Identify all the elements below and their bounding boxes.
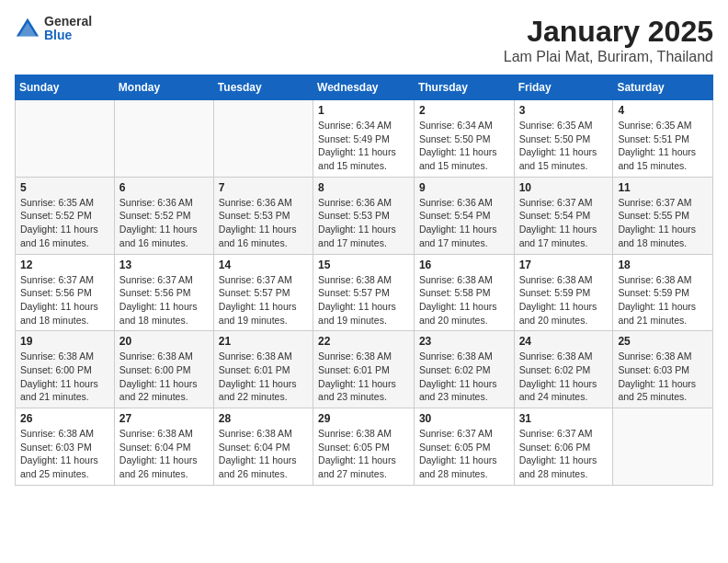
day-info: Sunrise: 6:38 AM Sunset: 5:57 PM Dayligh… xyxy=(318,273,409,327)
calendar-cell: 15Sunrise: 6:38 AM Sunset: 5:57 PM Dayli… xyxy=(313,254,415,331)
day-info: Sunrise: 6:37 AM Sunset: 6:06 PM Dayligh… xyxy=(519,427,609,481)
header-row: SundayMondayTuesdayWednesdayThursdayFrid… xyxy=(16,75,713,100)
calendar-cell xyxy=(16,100,115,178)
day-info: Sunrise: 6:38 AM Sunset: 6:02 PM Dayligh… xyxy=(519,350,609,404)
day-info: Sunrise: 6:37 AM Sunset: 5:57 PM Dayligh… xyxy=(219,273,308,327)
day-number: 5 xyxy=(20,181,109,194)
day-number: 23 xyxy=(419,335,509,348)
calendar-cell: 3Sunrise: 6:35 AM Sunset: 5:50 PM Daylig… xyxy=(514,100,613,178)
calendar-cell: 6Sunrise: 6:36 AM Sunset: 5:52 PM Daylig… xyxy=(114,177,213,254)
logo-text: General Blue xyxy=(44,15,92,43)
day-info: Sunrise: 6:37 AM Sunset: 6:05 PM Dayligh… xyxy=(419,427,509,481)
calendar-cell: 13Sunrise: 6:37 AM Sunset: 5:56 PM Dayli… xyxy=(114,254,213,331)
day-info: Sunrise: 6:38 AM Sunset: 6:00 PM Dayligh… xyxy=(119,350,209,404)
day-info: Sunrise: 6:38 AM Sunset: 6:03 PM Dayligh… xyxy=(20,427,109,481)
page-title: January 2025 xyxy=(504,15,713,49)
calendar-cell: 11Sunrise: 6:37 AM Sunset: 5:55 PM Dayli… xyxy=(613,177,713,254)
day-info: Sunrise: 6:37 AM Sunset: 5:55 PM Dayligh… xyxy=(618,196,708,250)
calendar-cell: 5Sunrise: 6:35 AM Sunset: 5:52 PM Daylig… xyxy=(16,177,115,254)
calendar-cell: 27Sunrise: 6:38 AM Sunset: 6:04 PM Dayli… xyxy=(114,408,213,486)
day-info: Sunrise: 6:38 AM Sunset: 6:03 PM Dayligh… xyxy=(618,350,708,404)
day-info: Sunrise: 6:37 AM Sunset: 5:56 PM Dayligh… xyxy=(20,273,109,327)
calendar-cell: 2Sunrise: 6:34 AM Sunset: 5:50 PM Daylig… xyxy=(414,100,514,178)
calendar-cell: 19Sunrise: 6:38 AM Sunset: 6:00 PM Dayli… xyxy=(16,331,115,408)
day-info: Sunrise: 6:36 AM Sunset: 5:53 PM Dayligh… xyxy=(318,196,409,250)
header-cell-thursday: Thursday xyxy=(414,75,514,100)
day-info: Sunrise: 6:35 AM Sunset: 5:51 PM Dayligh… xyxy=(618,119,708,173)
calendar-header: SundayMondayTuesdayWednesdayThursdayFrid… xyxy=(16,75,713,100)
day-info: Sunrise: 6:36 AM Sunset: 5:53 PM Dayligh… xyxy=(219,196,308,250)
calendar-cell: 17Sunrise: 6:38 AM Sunset: 5:59 PM Dayli… xyxy=(514,254,613,331)
calendar-week-row: 19Sunrise: 6:38 AM Sunset: 6:00 PM Dayli… xyxy=(16,331,713,408)
day-number: 18 xyxy=(618,259,708,271)
day-number: 14 xyxy=(219,259,308,271)
calendar-cell xyxy=(613,408,713,486)
calendar-cell: 7Sunrise: 6:36 AM Sunset: 5:53 PM Daylig… xyxy=(213,177,313,254)
day-number: 3 xyxy=(519,104,609,117)
calendar-cell: 4Sunrise: 6:35 AM Sunset: 5:51 PM Daylig… xyxy=(613,100,713,178)
day-info: Sunrise: 6:35 AM Sunset: 5:52 PM Dayligh… xyxy=(20,196,109,250)
day-number: 2 xyxy=(419,104,509,117)
day-info: Sunrise: 6:38 AM Sunset: 6:05 PM Dayligh… xyxy=(318,427,409,481)
calendar-cell: 14Sunrise: 6:37 AM Sunset: 5:57 PM Dayli… xyxy=(213,254,313,331)
day-number: 6 xyxy=(119,181,209,194)
day-number: 7 xyxy=(219,181,308,194)
logo-general-text: General xyxy=(44,15,92,29)
day-info: Sunrise: 6:38 AM Sunset: 5:58 PM Dayligh… xyxy=(419,273,509,327)
day-number: 11 xyxy=(618,181,708,194)
calendar-cell: 20Sunrise: 6:38 AM Sunset: 6:00 PM Dayli… xyxy=(114,331,213,408)
day-number: 12 xyxy=(20,259,109,271)
day-info: Sunrise: 6:38 AM Sunset: 5:59 PM Dayligh… xyxy=(618,273,708,327)
calendar-cell: 28Sunrise: 6:38 AM Sunset: 6:04 PM Dayli… xyxy=(213,408,313,486)
logo: General Blue xyxy=(15,15,92,43)
header-cell-friday: Friday xyxy=(514,75,613,100)
day-number: 21 xyxy=(219,335,308,348)
day-number: 15 xyxy=(318,259,409,271)
calendar-cell: 25Sunrise: 6:38 AM Sunset: 6:03 PM Dayli… xyxy=(613,331,713,408)
calendar-cell: 31Sunrise: 6:37 AM Sunset: 6:06 PM Dayli… xyxy=(514,408,613,486)
calendar-cell: 23Sunrise: 6:38 AM Sunset: 6:02 PM Dayli… xyxy=(414,331,514,408)
calendar-table: SundayMondayTuesdayWednesdayThursdayFrid… xyxy=(15,75,713,486)
day-number: 31 xyxy=(519,412,609,425)
day-number: 25 xyxy=(618,335,708,348)
calendar-cell: 1Sunrise: 6:34 AM Sunset: 5:49 PM Daylig… xyxy=(313,100,415,178)
day-info: Sunrise: 6:37 AM Sunset: 5:54 PM Dayligh… xyxy=(519,196,609,250)
day-number: 17 xyxy=(519,259,609,271)
calendar-cell xyxy=(114,100,213,178)
day-info: Sunrise: 6:38 AM Sunset: 6:02 PM Dayligh… xyxy=(419,350,509,404)
day-number: 10 xyxy=(519,181,609,194)
header-cell-sunday: Sunday xyxy=(16,75,115,100)
logo-icon xyxy=(15,16,40,41)
calendar-cell: 10Sunrise: 6:37 AM Sunset: 5:54 PM Dayli… xyxy=(514,177,613,254)
calendar-cell: 9Sunrise: 6:36 AM Sunset: 5:54 PM Daylig… xyxy=(414,177,514,254)
day-number: 1 xyxy=(318,104,409,117)
calendar-cell: 22Sunrise: 6:38 AM Sunset: 6:01 PM Dayli… xyxy=(313,331,415,408)
day-number: 20 xyxy=(119,335,209,348)
title-block: January 2025 Lam Plai Mat, Buriram, Thai… xyxy=(504,15,713,65)
day-number: 16 xyxy=(419,259,509,271)
day-number: 24 xyxy=(519,335,609,348)
page-subtitle: Lam Plai Mat, Buriram, Thailand xyxy=(504,49,713,65)
day-number: 22 xyxy=(318,335,409,348)
calendar-week-row: 1Sunrise: 6:34 AM Sunset: 5:49 PM Daylig… xyxy=(16,100,713,178)
day-number: 27 xyxy=(119,412,209,425)
day-info: Sunrise: 6:38 AM Sunset: 6:01 PM Dayligh… xyxy=(318,350,409,404)
day-number: 19 xyxy=(20,335,109,348)
calendar-cell: 24Sunrise: 6:38 AM Sunset: 6:02 PM Dayli… xyxy=(514,331,613,408)
day-number: 4 xyxy=(618,104,708,117)
day-info: Sunrise: 6:36 AM Sunset: 5:54 PM Dayligh… xyxy=(419,196,509,250)
page-header: General Blue January 2025 Lam Plai Mat, … xyxy=(15,15,713,65)
day-info: Sunrise: 6:35 AM Sunset: 5:50 PM Dayligh… xyxy=(519,119,609,173)
day-number: 8 xyxy=(318,181,409,194)
day-number: 30 xyxy=(419,412,509,425)
calendar-week-row: 26Sunrise: 6:38 AM Sunset: 6:03 PM Dayli… xyxy=(16,408,713,486)
header-cell-wednesday: Wednesday xyxy=(313,75,415,100)
day-number: 9 xyxy=(419,181,509,194)
day-info: Sunrise: 6:36 AM Sunset: 5:52 PM Dayligh… xyxy=(119,196,209,250)
header-cell-tuesday: Tuesday xyxy=(213,75,313,100)
day-info: Sunrise: 6:38 AM Sunset: 5:59 PM Dayligh… xyxy=(519,273,609,327)
calendar-cell: 26Sunrise: 6:38 AM Sunset: 6:03 PM Dayli… xyxy=(16,408,115,486)
day-info: Sunrise: 6:38 AM Sunset: 6:01 PM Dayligh… xyxy=(219,350,308,404)
day-info: Sunrise: 6:37 AM Sunset: 5:56 PM Dayligh… xyxy=(119,273,209,327)
calendar-cell: 30Sunrise: 6:37 AM Sunset: 6:05 PM Dayli… xyxy=(414,408,514,486)
